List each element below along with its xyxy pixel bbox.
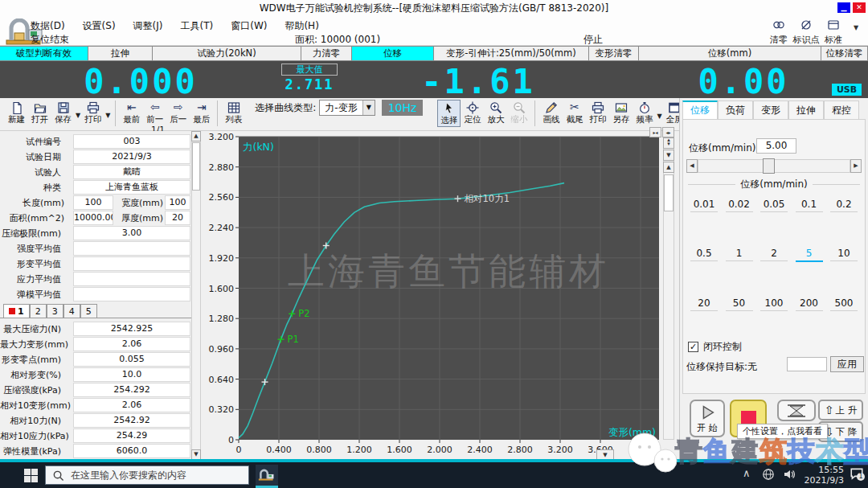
speed-option-50[interactable]: 50 <box>723 297 756 311</box>
group-tab-3[interactable]: 3 <box>47 304 63 318</box>
chart-collapse-icon[interactable]: ▸◂ <box>649 127 661 137</box>
form-value[interactable]: 戴晴 <box>73 165 190 179</box>
speed-option-0.2[interactable]: 0.2 <box>827 199 861 212</box>
toolbar-frequency-button[interactable]: 频率 <box>633 100 656 127</box>
form-value[interactable] <box>73 256 190 271</box>
toolbar-next-button[interactable]: ⇨后一 <box>166 100 190 126</box>
display-header-3[interactable]: 力清零 <box>301 46 352 61</box>
speed-option-10[interactable]: 10 <box>827 248 861 262</box>
control-tab-3[interactable]: 拉伸 <box>788 100 824 119</box>
form-value[interactable]: 3.00 <box>73 226 190 240</box>
display-header-8[interactable]: 位移清零 <box>821 46 868 61</box>
speed-option-0.02[interactable]: 0.02 <box>723 199 756 212</box>
taskbar-app-icon[interactable] <box>256 465 278 486</box>
speed-option-200[interactable]: 200 <box>792 297 826 311</box>
form-value-2[interactable]: 100 <box>165 195 190 210</box>
speed-option-100[interactable]: 100 <box>757 297 791 311</box>
menu-item-0[interactable]: 数据(D) <box>31 19 65 33</box>
toolbar-draw-line-button[interactable]: 画线 <box>539 100 563 127</box>
toolbar-open-button[interactable]: 打开 <box>28 100 51 126</box>
group-tab-2[interactable]: 2 <box>30 304 47 318</box>
toolbar-save-caret-icon[interactable]: ▼ <box>76 112 80 119</box>
clear-zero-button[interactable]: 清零 <box>765 18 792 46</box>
toolbar-new-button[interactable]: 新建 <box>5 100 28 126</box>
form-value[interactable]: 2021/9/3 <box>73 150 190 164</box>
curve-type-select[interactable]: 力-变形 ▼ <box>319 100 375 116</box>
toolbar-print-curve-button[interactable]: 打印 <box>586 100 609 127</box>
form-value[interactable] <box>73 287 190 301</box>
network-globe-icon[interactable] <box>762 468 775 481</box>
toolbar-save-button[interactable]: 保存 <box>51 100 75 126</box>
display-header-4[interactable]: 位移 <box>352 46 434 61</box>
control-tab-1[interactable]: 负荷 <box>718 100 753 119</box>
scroll-up-icon[interactable]: ▲ <box>191 131 201 141</box>
volume-icon[interactable] <box>783 468 796 481</box>
speed-option-0.1[interactable]: 0.1 <box>792 199 826 212</box>
chart-scroll-up-icon[interactable]: ▲ <box>663 162 674 173</box>
taskbar-search[interactable]: 在这里输入你要搜索的内容 <box>45 465 249 485</box>
speed-option-2[interactable]: 2 <box>757 248 791 262</box>
start-button[interactable]: 开 始 <box>690 400 725 437</box>
toolbar-select-button[interactable]: 选择 <box>437 100 461 127</box>
speed-option-500[interactable]: 500 <box>827 297 861 311</box>
toolbar-list-button[interactable]: 列表 <box>222 100 245 126</box>
menu-item-5[interactable]: 帮助(H) <box>285 19 318 33</box>
toolbar-frequency-caret-icon[interactable]: ▼ <box>657 113 661 120</box>
display-header-6[interactable]: 变形清零 <box>589 46 639 61</box>
chart-scroll-down-icon[interactable]: ▼ <box>663 150 674 161</box>
form-value[interactable]: 003 <box>73 134 190 149</box>
control-tab-4[interactable]: 程控 <box>824 100 859 119</box>
clock[interactable]: 15:55 2021/9/3 <box>802 465 844 486</box>
menu-item-2[interactable]: 调整(J) <box>133 19 163 33</box>
toolbar-first-button[interactable]: ⇤最前 <box>120 100 143 126</box>
slider-right-icon[interactable]: ▶ <box>850 159 862 173</box>
menu-item-3[interactable]: 工具(T) <box>181 19 214 33</box>
return-limit-button[interactable] <box>777 400 816 421</box>
chart-split-icon[interactable]: ▴▾ <box>663 137 674 149</box>
form-value[interactable]: 上海青鱼蓝板 <box>73 180 190 195</box>
form-value[interactable] <box>73 241 190 256</box>
control-tab-2[interactable]: 变形 <box>753 100 788 119</box>
display-header-5[interactable]: 变形-引伸计:25(mm)/50(mm) <box>434 46 589 61</box>
form-value[interactable] <box>73 272 190 286</box>
toolbar-trim-button[interactable]: ✂截尾 <box>563 100 586 127</box>
tray-chevron-icon[interactable]: ∧ <box>743 467 751 479</box>
toolbar-save-as-button[interactable]: 另存 <box>609 100 633 127</box>
toolbar-prev-button[interactable]: ⇦前一 <box>143 100 166 126</box>
closed-loop-checkbox[interactable]: ✓ <box>688 342 698 352</box>
windows-start-icon[interactable] <box>24 469 38 482</box>
chart-scrollbar-thumb[interactable] <box>664 174 674 211</box>
force-deformation-chart[interactable]: 上海青鱼节能辅材00.3200.6400.9601.2801.6001.9202… <box>201 131 679 462</box>
speed-input[interactable]: 5.00 <box>756 138 796 154</box>
form-value-2[interactable]: 20 <box>165 211 190 225</box>
speed-option-0.05[interactable]: 0.05 <box>757 199 791 212</box>
mark-point-button[interactable]: 标识点 <box>792 18 820 46</box>
speed-option-5[interactable]: 5 <box>792 248 826 262</box>
slider-left-icon[interactable]: ◀ <box>686 159 698 173</box>
display-header-2[interactable]: 试验力(20kN) <box>153 46 301 61</box>
speed-option-0.5[interactable]: 0.5 <box>687 248 721 262</box>
move-up-button[interactable]: ⇧ 上 升 <box>818 400 863 420</box>
form-value[interactable]: 10000.00 <box>73 211 113 225</box>
display-header-1[interactable]: 拉伸 <box>88 46 153 61</box>
chevron-down-icon[interactable]: ▼ <box>362 100 375 115</box>
group-tab-4[interactable]: 4 <box>63 304 80 318</box>
group-tab-5[interactable]: 5 <box>80 304 97 318</box>
display-header-7[interactable]: 位移(mm) <box>639 46 821 61</box>
top-tools-caret-icon[interactable]: ▼ <box>854 24 858 31</box>
hold-target-input[interactable] <box>787 357 827 371</box>
toolbar-locate-button[interactable]: 定位 <box>461 100 484 127</box>
toolbar-last-button[interactable]: ⇥最后 <box>190 100 213 126</box>
menu-item-1[interactable]: 设置(S) <box>83 19 116 33</box>
speed-option-0.01[interactable]: 0.01 <box>687 199 721 212</box>
minimize-button[interactable]: ▁ <box>837 2 850 13</box>
toolbar-print-button[interactable]: 打印 <box>81 100 104 126</box>
control-tab-0[interactable]: 位移 <box>682 100 718 119</box>
toolbar-zoom-in-button[interactable]: 放大 <box>484 100 507 127</box>
speed-option-1[interactable]: 1 <box>723 248 756 262</box>
standard-button[interactable]: 标准 <box>820 18 847 46</box>
apply-button[interactable]: 应用 <box>830 356 864 372</box>
form-value[interactable]: 100 <box>73 195 113 210</box>
scrollbar-thumb[interactable] <box>192 142 200 191</box>
group-tab-1[interactable]: 1 <box>3 304 30 318</box>
